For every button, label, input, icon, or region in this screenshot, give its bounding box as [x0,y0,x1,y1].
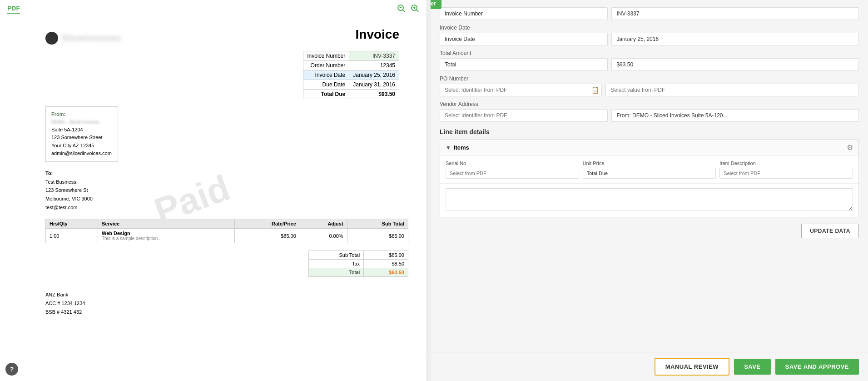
to-city: Melbourne, VIC 3000 [45,195,408,203]
subtotal-label: Sub Total [309,251,364,260]
from-address3: Your City AZ 12345 [51,142,112,150]
unit-price-input[interactable] [583,168,716,179]
item-desc-input[interactable] [719,168,853,179]
col-adjust: Adjust [300,219,347,229]
invoice-date-row [440,33,859,45]
update-data-button[interactable]: UPDATE DATA [801,224,859,238]
total-label: Total [309,268,364,277]
update-data-row: UPDATE DATA [440,222,859,242]
pdf-content: Paid SliceInvoices Invoice Invoice Numbe… [0,18,427,381]
unit-price-label: Unit Price [583,160,716,166]
invoice-number-group [440,7,859,20]
totals-table: Sub Total $85.00 Tax $8.50 Total $93.50 [308,251,408,277]
total-due-label: Total Due [303,90,349,99]
po-number-badge: Select label for PO Number [431,0,441,9]
items-accordion-header[interactable]: ▼ Items ⚙ [440,140,858,156]
invoice-date-label: Invoice Date [440,25,859,31]
items-table: Hrs/Qty Service Rate/Price Adjust Sub To… [45,219,408,243]
total-identifier[interactable] [440,58,608,71]
row-adjust: 0.00% [300,229,347,243]
to-email: test@test.com [45,203,408,212]
bank-acc: ACC # 1234 1234 [45,299,408,308]
help-icon[interactable]: ? [5,363,18,376]
total-amount-group: Total Amount [440,50,859,71]
from-label: From: [51,110,112,119]
vendor-address-row [440,109,859,122]
line-items-title: Line item details [440,128,859,135]
po-identifier-input[interactable] [440,84,602,96]
invoice-date-group: Invoice Date [440,25,859,45]
manual-review-button[interactable]: MANUAL REVIEW [655,358,729,376]
col-qty: Hrs/Qty [46,219,98,229]
total-due-value: $93.50 [349,90,399,99]
svg-line-2 [403,10,405,12]
zoom-out-button[interactable] [397,4,406,14]
vendor-identifier-input[interactable] [440,109,608,122]
pdf-panel: PDF Paid [0,0,427,381]
item-desc-column: Item Description [719,160,853,179]
items-text-area [440,184,858,217]
row-qty: 1.00 [46,229,98,243]
total-value: $93.50 [364,268,408,277]
tax-label: Tax [309,260,364,268]
total-value[interactable] [611,58,859,71]
company-logo-text: SliceInvoices [62,34,121,43]
total-amount-label: Total Amount [440,50,859,56]
unit-price-column: Unit Price [583,160,716,179]
from-address-box: From: DEMO - Sliced Invoices Suite 5A-12… [45,106,118,162]
po-number-group: PO Number 📋 [440,75,859,96]
svg-line-6 [417,10,418,12]
po-number-row: 📋 [440,84,859,96]
to-label: To: [45,169,408,178]
po-value-input[interactable] [605,84,859,96]
serial-no-column: Serial No [446,160,579,179]
serial-no-label: Serial No [446,160,579,166]
to-street: 123 Somewhere St [45,186,408,195]
line-items-section: Line item details ▼ Items ⚙ Serial No [440,128,859,217]
save-approve-button[interactable]: SAVE AND APPROVE [775,359,859,375]
from-address1: Suite 5A-1204 [51,126,112,134]
items-accordion-label: Items [454,144,469,151]
col-rate: Rate/Price [235,219,300,229]
row-subtotal: $85.00 [347,229,408,243]
invoice-number-identifier[interactable] [440,7,608,20]
save-button[interactable]: SAVE [734,359,770,375]
row-service: Web Design This is a sample description.… [98,229,234,243]
po-identifier-icon: 📋 [591,86,599,94]
company-logo-icon [45,32,58,45]
invoice-number-row [440,7,859,20]
inv-num-label: Invoice Number [303,51,349,61]
gear-icon[interactable]: ⚙ [847,143,853,152]
items-accordion-title: ▼ Items [446,144,469,151]
pdf-label: PDF [7,5,20,14]
subtotal-value: $85.00 [364,251,408,260]
item-desc-label: Item Description [719,160,853,166]
serial-no-input[interactable] [446,168,579,179]
pdf-toolbar: PDF [0,0,427,18]
to-company: Test Business [45,178,408,186]
items-textarea[interactable] [446,188,853,211]
from-address2: 123 Somewhere Street [51,134,112,142]
vendor-address-label: Vendor Address [440,101,859,107]
row-rate: $85.00 [235,229,300,243]
invoice-number-value[interactable] [611,7,859,20]
col-subtotal: Sub Total [347,219,408,229]
inv-num-value: INV-3337 [349,51,399,61]
tax-value: $8.50 [364,260,408,268]
invoice-date-identifier[interactable] [440,33,608,45]
order-num-value: 12345 [349,61,399,70]
vendor-value-input[interactable] [611,109,859,122]
table-row: 1.00 Web Design This is a sample descrip… [46,229,408,243]
items-columns: Serial No Unit Price Item Description [440,156,858,184]
items-accordion: ▼ Items ⚙ Serial No Unit Price [440,139,859,217]
bottom-actions: MANUAL REVIEW SAVE SAVE AND APPROVE [431,352,868,381]
chevron-down-icon: ▼ [446,145,451,151]
po-number-label: PO Number [440,75,859,82]
due-date-label: Due Date [303,80,349,90]
order-num-label: Order Number [303,61,349,70]
zoom-in-button[interactable] [410,4,419,14]
col-service: Service [98,219,234,229]
bank-bsb: BSB # 4321 432 [45,308,408,316]
from-email: admin@slicedinvoices.com [51,150,112,158]
invoice-date-value[interactable] [611,33,859,45]
